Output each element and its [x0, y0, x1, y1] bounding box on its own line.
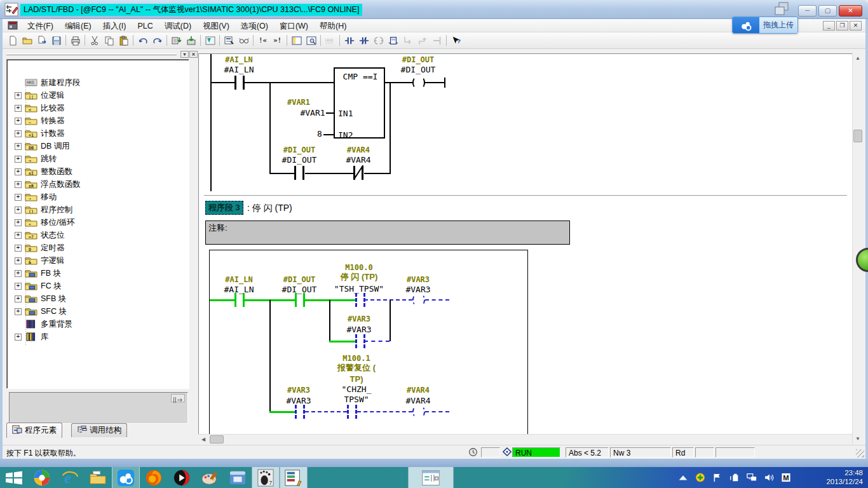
overview-window-button[interactable]	[289, 34, 304, 47]
tree-item-20[interactable]: 多重背景	[7, 318, 189, 330]
pane-dropdown-button[interactable]: ▼	[180, 51, 189, 58]
tray-tray-expand-icon[interactable]	[677, 473, 689, 483]
tree-item-12[interactable]: «移位/循环	[7, 216, 189, 229]
resize-grip[interactable]	[856, 449, 864, 458]
tree-item-3[interactable]: <比较器	[7, 102, 189, 114]
contact-operand[interactable]: #VAR3	[286, 396, 311, 405]
tray-antivirus-360-icon[interactable]	[695, 473, 706, 483]
goto-prev-error-button[interactable]: !«	[255, 34, 270, 47]
contact-operand[interactable]: #VAR4	[346, 156, 370, 164]
network3-badge[interactable]: 程序段 3	[205, 201, 243, 215]
taskbar-firefox[interactable]	[140, 467, 168, 488]
expand-plus-icon[interactable]	[15, 334, 22, 341]
close-button[interactable]: ✕	[839, 5, 862, 17]
tray-volume-icon[interactable]	[763, 473, 775, 483]
expand-plus-icon[interactable]	[15, 143, 22, 150]
menu-5[interactable]: 调试(D)	[159, 20, 197, 32]
menu-4[interactable]: PLC	[132, 20, 158, 32]
output-coil-inactive[interactable]	[412, 294, 425, 306]
network-comment-box[interactable]: 注释:	[205, 220, 570, 245]
network-template-button[interactable]	[203, 34, 217, 47]
pane-close-button[interactable]: ✕	[189, 51, 198, 58]
tab-program-elements[interactable]: 程序元素	[6, 423, 62, 438]
expand-plus-icon[interactable]	[15, 283, 22, 290]
empty-box-button[interactable]: ??	[386, 34, 400, 47]
save-button[interactable]	[49, 34, 64, 47]
tree-item-14[interactable]: O定时器	[7, 241, 189, 254]
scroll-down-button[interactable]: ▼	[853, 434, 863, 444]
no-contact-inactive[interactable]	[295, 405, 305, 419]
menu-6[interactable]: 视图(V)	[197, 20, 235, 32]
tree-item-18[interactable]: SFB 块	[7, 292, 189, 305]
expand-plus-icon[interactable]	[15, 168, 22, 175]
contact-operand[interactable]: #AI_LN	[224, 65, 254, 74]
print-button[interactable]	[68, 34, 83, 47]
taskbar-lad-editor-window[interactable]	[408, 467, 454, 488]
taskbar-browser-360[interactable]	[28, 467, 56, 488]
in2-value[interactable]: 8	[317, 130, 322, 138]
tree-item-21[interactable]: 库	[7, 330, 189, 343]
expand-plus-icon[interactable]	[15, 92, 22, 99]
contact-operand-line2[interactable]: TPSW"	[344, 395, 369, 403]
tree-item-13[interactable]: =?状态位	[7, 229, 189, 241]
expand-plus-icon[interactable]	[15, 219, 22, 226]
taskbar-hw-config[interactable]	[280, 467, 308, 488]
monitor-toggle-button[interactable]	[236, 34, 251, 47]
no-contact[interactable]	[234, 293, 245, 307]
no-contact[interactable]	[295, 293, 305, 307]
undo-button[interactable]	[135, 34, 150, 47]
tree-item-10[interactable]: ➔移动	[7, 191, 189, 203]
contact-nc-button[interactable]	[356, 34, 371, 47]
paste-button[interactable]	[116, 34, 131, 47]
expand-plus-icon[interactable]	[15, 194, 22, 201]
tree-item-19[interactable]: SFC 块	[7, 305, 189, 318]
pane-grip[interactable]: ▼ ✕	[5, 51, 191, 58]
contact-operand[interactable]: #DI_OUT	[282, 156, 317, 164]
taskbar-file-explorer[interactable]	[84, 467, 112, 488]
redo-button[interactable]	[150, 34, 165, 47]
mdi-window-icon[interactable]	[8, 21, 18, 30]
menu-7[interactable]: 选项(O)	[235, 20, 274, 32]
expand-plus-icon[interactable]	[15, 245, 22, 252]
coil-operand[interactable]: #DI_OUT	[401, 65, 436, 74]
expand-plus-icon[interactable]	[15, 207, 22, 214]
tree-item-11[interactable]: ()程序控制	[7, 203, 189, 216]
contact-operand[interactable]: "TSH_TPSW"	[334, 285, 384, 293]
maximize-button[interactable]: ▢	[818, 5, 837, 17]
tree-item-4[interactable]: ~转换器	[7, 114, 189, 127]
minimize-button[interactable]: ─	[798, 5, 817, 17]
menu-2[interactable]: 编辑(E)	[59, 20, 97, 32]
tree-item-1[interactable]: HKO新建程序段	[7, 76, 189, 89]
address-monitor-button[interactable]	[222, 34, 236, 47]
tray-network-icon[interactable]	[746, 473, 757, 483]
taskbar-simatic-manager[interactable]: 7	[252, 467, 280, 488]
tray-battery-icon[interactable]	[729, 473, 740, 483]
expand-plus-icon[interactable]	[15, 295, 22, 302]
stacked-windows-icon[interactable]	[773, 2, 790, 17]
contact-operand[interactable]: #VAR3	[346, 325, 371, 334]
tree-item-2[interactable]: ||位逻辑	[7, 89, 189, 102]
taskbar-clock[interactable]: 23:48 2013/12/24	[826, 468, 863, 486]
tray-flag-icon[interactable]	[712, 473, 723, 483]
taskbar-baidu-netdisk[interactable]	[112, 467, 140, 488]
taskbar-start[interactable]	[0, 467, 28, 488]
menu-1[interactable]: 文件(F)	[22, 20, 59, 32]
preview-pane-icon[interactable]	[171, 394, 185, 402]
tab-call-structure[interactable]: 调用结构	[71, 423, 127, 437]
tree-item-5[interactable]: +1计数器	[7, 127, 189, 140]
copy-button[interactable]	[102, 34, 116, 47]
mdi-restore-button[interactable]: ❐	[836, 21, 848, 30]
tray-input-method-icon[interactable]: M	[780, 473, 792, 483]
menu-8[interactable]: 窗口(W)	[274, 20, 314, 32]
contact-no-button[interactable]	[342, 34, 356, 47]
expand-plus-icon[interactable]	[15, 130, 22, 137]
expand-plus-icon[interactable]	[15, 105, 22, 112]
taskbar-internet-explorer[interactable]: e	[56, 467, 84, 488]
coil-operand[interactable]: #VAR4	[405, 396, 430, 405]
mdi-minimize-button[interactable]: _	[823, 21, 835, 30]
vertical-scrollbar[interactable]: ▲ ▼	[852, 53, 863, 444]
cmp-equal-int-box[interactable]: CMP ==I IN1 IN2	[334, 67, 385, 139]
no-contact[interactable]	[234, 76, 245, 90]
expand-plus-icon[interactable]	[15, 118, 22, 125]
tree-item-9[interactable]: ±R浮点数函数	[7, 178, 189, 191]
